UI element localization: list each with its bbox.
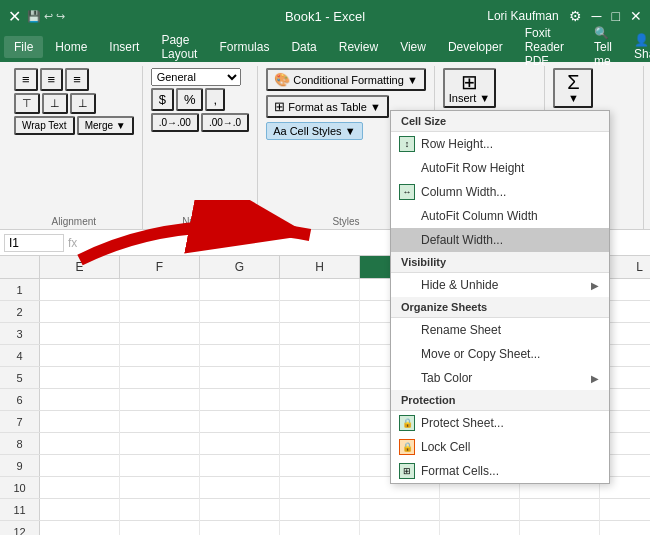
menu-file[interactable]: File bbox=[4, 36, 43, 58]
grid-cell[interactable] bbox=[200, 279, 280, 301]
dropdown-item-2-0[interactable]: Rename Sheet bbox=[391, 318, 609, 342]
dropdown-item[interactable]: Move or Copy Sheet... bbox=[391, 342, 609, 366]
menu-review[interactable]: Review bbox=[329, 36, 388, 58]
menu-page-layout[interactable]: Page Layout bbox=[151, 29, 207, 65]
grid-cell[interactable] bbox=[360, 499, 440, 521]
menu-foxit[interactable]: Foxit Reader PDF bbox=[515, 22, 574, 72]
align-middle-btn[interactable]: ⊥ bbox=[42, 93, 68, 114]
grid-cell[interactable] bbox=[40, 455, 120, 477]
grid-cell[interactable] bbox=[40, 367, 120, 389]
grid-cell[interactable] bbox=[200, 389, 280, 411]
grid-cell[interactable] bbox=[440, 499, 520, 521]
grid-cell[interactable] bbox=[120, 433, 200, 455]
dropdown-item[interactable]: 🔒Lock Cell bbox=[391, 435, 609, 459]
dropdown-item-0-1[interactable]: AutoFit Row Height bbox=[391, 156, 609, 180]
dropdown-item[interactable]: Rename Sheet bbox=[391, 318, 609, 342]
grid-cell[interactable] bbox=[120, 279, 200, 301]
dropdown-item[interactable]: 🔒Protect Sheet... bbox=[391, 411, 609, 435]
col-header-e[interactable]: E bbox=[40, 256, 120, 278]
name-box[interactable] bbox=[4, 234, 64, 252]
grid-cell[interactable] bbox=[440, 521, 520, 535]
dropdown-item-0-4[interactable]: Default Width... bbox=[391, 228, 609, 252]
align-left-btn[interactable]: ≡ bbox=[14, 68, 38, 91]
dropdown-item-2-2[interactable]: Tab Color▶ bbox=[391, 366, 609, 390]
dropdown-item-0-3[interactable]: AutoFit Column Width bbox=[391, 204, 609, 228]
grid-cell[interactable] bbox=[280, 345, 360, 367]
dropdown-item[interactable]: AutoFit Row Height bbox=[391, 156, 609, 180]
grid-cell[interactable] bbox=[40, 433, 120, 455]
grid-cell[interactable] bbox=[280, 521, 360, 535]
grid-cell[interactable] bbox=[200, 455, 280, 477]
conditional-formatting-btn[interactable]: 🎨 Conditional Formatting ▼ bbox=[266, 68, 426, 91]
menu-formulas[interactable]: Formulas bbox=[209, 36, 279, 58]
menu-tell-me[interactable]: 🔍 Tell me bbox=[584, 22, 622, 72]
grid-cell[interactable] bbox=[520, 499, 600, 521]
grid-cell[interactable] bbox=[200, 301, 280, 323]
grid-cell[interactable] bbox=[120, 323, 200, 345]
col-header-h[interactable]: H bbox=[280, 256, 360, 278]
align-bottom-btn[interactable]: ⊥ bbox=[70, 93, 96, 114]
grid-cell[interactable] bbox=[200, 521, 280, 535]
grid-cell[interactable] bbox=[280, 389, 360, 411]
align-right-btn[interactable]: ≡ bbox=[65, 68, 89, 91]
menu-data[interactable]: Data bbox=[281, 36, 326, 58]
grid-cell[interactable] bbox=[280, 455, 360, 477]
dropdown-item[interactable]: ⊞Format Cells... bbox=[391, 459, 609, 483]
grid-cell[interactable] bbox=[600, 499, 650, 521]
cell-styles-btn[interactable]: Aa Cell Styles ▼ bbox=[266, 122, 362, 140]
dropdown-item-0-0[interactable]: Row Height... bbox=[391, 132, 609, 156]
dropdown-item-3-1[interactable]: Lock Cell bbox=[391, 435, 609, 459]
grid-cell[interactable] bbox=[120, 367, 200, 389]
grid-cell[interactable] bbox=[40, 301, 120, 323]
grid-cell[interactable] bbox=[40, 323, 120, 345]
grid-cell[interactable] bbox=[200, 433, 280, 455]
grid-cell[interactable] bbox=[280, 279, 360, 301]
menu-insert[interactable]: Insert bbox=[99, 36, 149, 58]
grid-cell[interactable] bbox=[120, 345, 200, 367]
grid-cell[interactable] bbox=[280, 323, 360, 345]
dropdown-item-2-1[interactable]: Move or Copy Sheet... bbox=[391, 342, 609, 366]
menu-share[interactable]: 👤 Share bbox=[624, 29, 650, 65]
grid-cell[interactable] bbox=[360, 521, 440, 535]
currency-btn[interactable]: $ bbox=[151, 88, 174, 111]
grid-cell[interactable] bbox=[120, 477, 200, 499]
grid-cell[interactable] bbox=[200, 499, 280, 521]
grid-cell[interactable] bbox=[120, 499, 200, 521]
col-header-g[interactable]: G bbox=[200, 256, 280, 278]
grid-cell[interactable] bbox=[40, 477, 120, 499]
grid-cell[interactable] bbox=[600, 521, 650, 535]
dropdown-item[interactable]: Hide & Unhide▶ bbox=[391, 273, 609, 297]
dropdown-item-3-0[interactable]: Protect Sheet... bbox=[391, 411, 609, 435]
wrap-text-btn[interactable]: Wrap Text bbox=[14, 116, 75, 135]
grid-cell[interactable] bbox=[40, 521, 120, 535]
menu-view[interactable]: View bbox=[390, 36, 436, 58]
grid-cell[interactable] bbox=[40, 411, 120, 433]
grid-cell[interactable] bbox=[120, 389, 200, 411]
format-as-table-btn[interactable]: ⊞ Format as Table ▼ bbox=[266, 95, 389, 118]
increase-decimal-btn[interactable]: .00→.0 bbox=[201, 113, 249, 132]
dropdown-item[interactable]: ↔Column Width... bbox=[391, 180, 609, 204]
dropdown-item-0-2[interactable]: Column Width... bbox=[391, 180, 609, 204]
align-center-btn[interactable]: ≡ bbox=[40, 68, 64, 91]
grid-cell[interactable] bbox=[120, 301, 200, 323]
grid-cell[interactable] bbox=[280, 411, 360, 433]
percent-btn[interactable]: % bbox=[176, 88, 204, 111]
col-header-f[interactable]: F bbox=[120, 256, 200, 278]
grid-cell[interactable] bbox=[200, 477, 280, 499]
grid-cell[interactable] bbox=[120, 411, 200, 433]
dropdown-item[interactable]: Default Width... bbox=[391, 228, 609, 252]
grid-cell[interactable] bbox=[280, 433, 360, 455]
grid-cell[interactable] bbox=[40, 279, 120, 301]
menu-home[interactable]: Home bbox=[45, 36, 97, 58]
dropdown-item[interactable]: AutoFit Column Width bbox=[391, 204, 609, 228]
grid-cell[interactable] bbox=[200, 367, 280, 389]
merge-btn[interactable]: Merge ▼ bbox=[77, 116, 134, 135]
grid-cell[interactable] bbox=[120, 521, 200, 535]
grid-cell[interactable] bbox=[120, 455, 200, 477]
grid-cell[interactable] bbox=[280, 477, 360, 499]
grid-cell[interactable] bbox=[280, 301, 360, 323]
grid-cell[interactable] bbox=[40, 499, 120, 521]
grid-cell[interactable] bbox=[200, 411, 280, 433]
grid-cell[interactable] bbox=[40, 345, 120, 367]
grid-cell[interactable] bbox=[200, 323, 280, 345]
